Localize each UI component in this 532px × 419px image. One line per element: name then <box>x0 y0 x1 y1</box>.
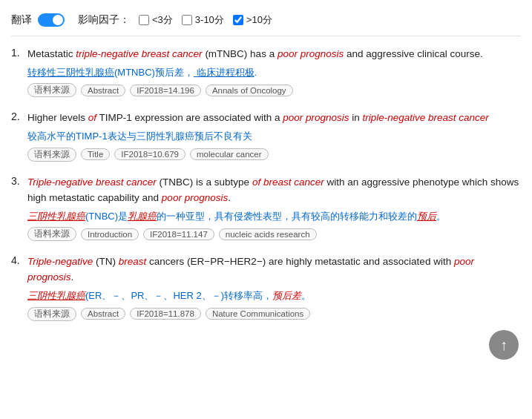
tags-row: 语料来源 Title IF2018=10.679 molecular cance… <box>27 148 521 162</box>
impact-label: 影响因子： <box>78 13 130 27</box>
result-number: 4. <box>11 254 20 266</box>
zh-text: 三阴性乳腺癌(TNBC)是乳腺癌的一种亚型，具有侵袭性表型，具有较高的转移能力和… <box>27 209 521 224</box>
result-item: 2. Higher levels of TIMP-1 expression ar… <box>11 110 521 161</box>
filter-gt10-label: >10分 <box>246 13 272 27</box>
tag-section[interactable]: Introduction <box>81 228 139 240</box>
tag-if: IF2018=11.147 <box>143 228 214 240</box>
zh-text: 较高水平的TIMP-1表达与三阴性乳腺癌预后不良有关 <box>27 129 521 144</box>
tag-if: IF2018=10.679 <box>114 148 185 160</box>
filter-lt3-checkbox[interactable] <box>139 15 149 25</box>
tags-row: 语料来源 Abstract IF2018=14.196 Annals of On… <box>27 83 521 97</box>
tag-if: IF2018=11.878 <box>130 308 201 320</box>
tag-journal[interactable]: molecular cancer <box>190 148 269 160</box>
keyword: Triple-negative <box>27 256 93 267</box>
tags-row: 语料来源 Introduction IF2018=11.147 nucleic … <box>27 227 521 241</box>
zh-keyword: 三阴性乳腺癌 <box>27 211 85 222</box>
filter-lt3-label: <3分 <box>152 13 173 27</box>
filter-3-10[interactable]: 3-10分 <box>182 13 224 27</box>
tag-if: IF2018=14.196 <box>130 85 201 96</box>
zh-plain: 预后差， <box>155 67 194 78</box>
tag-journal[interactable]: nucleic acids research <box>219 228 317 240</box>
tag-section[interactable]: Title <box>81 148 110 160</box>
tag-section[interactable]: Abstract <box>81 85 125 96</box>
en-text: Metastatic triple-negative breast cancer… <box>27 47 521 62</box>
filter-3-10-label: 3-10分 <box>195 13 224 27</box>
result-item: 4. Triple-negative (TN) breast cancers (… <box>11 254 521 320</box>
zh-text: 转移性三阴性乳腺癌(MTNBC)预后差， 临床进程积极. <box>27 65 521 80</box>
tag-source[interactable]: 语料来源 <box>27 83 76 97</box>
translate-toggle[interactable] <box>38 13 65 27</box>
filter-lt3[interactable]: <3分 <box>139 13 173 27</box>
keyword: poor prognosis <box>278 48 344 59</box>
result-number: 3. <box>11 175 20 187</box>
zh-keyword: 转移性三阴性乳腺癌 <box>27 67 114 78</box>
zh-keyword: 乳腺癌 <box>128 211 157 222</box>
scroll-top-button[interactable]: ↑ <box>489 330 519 360</box>
filter-gt10[interactable]: >10分 <box>233 13 272 27</box>
top-bar: 翻译 影响因子： <3分 3-10分 >10分 <box>11 7 521 36</box>
keyword: Triple-negative breast cancer <box>27 176 157 188</box>
tag-source[interactable]: 语料来源 <box>27 148 76 162</box>
result-number: 2. <box>11 110 20 122</box>
result-number: 1. <box>11 47 20 59</box>
en-text: Higher levels of TIMP-1 expression are a… <box>27 110 521 126</box>
tags-row: 语料来源 Abstract IF2018=11.878 Nature Commu… <box>27 307 521 321</box>
en-text: Triple-negative (TN) breast cancers (ER−… <box>27 254 521 286</box>
en-text: Triple-negative breast cancer (TNBC) is … <box>27 175 521 206</box>
tag-source[interactable]: 语料来源 <box>27 227 76 241</box>
tag-section[interactable]: Abstract <box>81 308 125 320</box>
result-item: 3. Triple-negative breast cancer (TNBC) … <box>11 175 521 241</box>
keyword: of <box>88 112 96 123</box>
keyword: breast <box>119 256 147 267</box>
keyword: triple-negative breast cancer <box>76 48 202 59</box>
zh-keyword: 预后差 <box>272 290 301 301</box>
zh-keyword: 三阴性乳腺癌 <box>27 290 85 301</box>
keyword: poor prognosis <box>162 192 228 203</box>
filter-gt10-checkbox[interactable] <box>233 15 243 25</box>
zh-keyword: 临床进程积极 <box>194 67 254 78</box>
tag-journal[interactable]: Nature Communications <box>206 308 310 320</box>
zh-plain: 较高水平的TIMP-1表达与三阴性乳腺癌预后不良有关 <box>27 131 252 142</box>
result-list: 1. Metastatic triple-negative breast can… <box>11 47 521 321</box>
keyword: poor prognosis <box>27 256 474 283</box>
zh-text: 三阴性乳腺癌(ER、－、PR、－、HER 2、－)转移率高，预后差。 <box>27 288 521 303</box>
tag-journal[interactable]: Annals of Oncology <box>206 85 293 96</box>
zh-keyword: 预后 <box>417 211 436 222</box>
tag-source[interactable]: 语料来源 <box>27 307 76 321</box>
filter-3-10-checkbox[interactable] <box>182 15 192 25</box>
impact-section: 影响因子： <3分 3-10分 >10分 <box>78 13 272 27</box>
keyword: poor prognosis <box>283 112 349 123</box>
result-item: 1. Metastatic triple-negative breast can… <box>11 47 521 97</box>
keyword: of breast cancer <box>252 176 324 188</box>
keyword: triple-negative breast cancer <box>363 112 489 123</box>
translate-label: 翻译 <box>11 13 32 27</box>
translate-section: 翻译 <box>11 13 65 27</box>
